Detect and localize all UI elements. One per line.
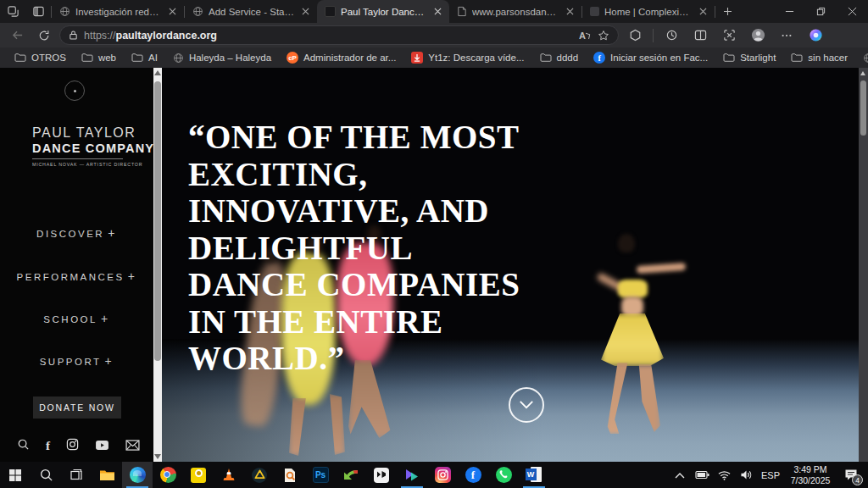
favorites-star-icon[interactable] (598, 30, 609, 42)
tab-close-icon[interactable] (565, 6, 576, 17)
bookmark-youtube-link[interactable]: https://youtu.be/m... (857, 51, 868, 65)
taskbar-search-icon[interactable] (31, 462, 61, 488)
tab-title: Investigación redes sociales (75, 7, 162, 17)
donate-now-button[interactable]: DONATE NOW (33, 396, 121, 419)
doc-search-icon[interactable] (275, 462, 305, 488)
bookmark-haleyda[interactable]: Haleyda – Haleyda (167, 51, 277, 65)
nav-school[interactable]: SCHOOL+ (0, 312, 153, 325)
tab-paul-taylor-active[interactable]: Paul Taylor Dance Company (317, 0, 449, 23)
photoshop-icon[interactable]: Ps (305, 462, 336, 488)
bookmark-folder-starlight[interactable]: Starlight (717, 51, 782, 64)
hero-video: “ONE OF THE MOST EXCITING, INNOVATIVE, A… (162, 68, 859, 462)
start-button[interactable] (0, 462, 31, 488)
sidebar-scrollbar[interactable] (153, 68, 162, 462)
tab-parsonsdance[interactable]: www.parsonsdance.org (449, 0, 581, 23)
tab-add-service[interactable]: Add Service - Starlight (185, 0, 317, 23)
wifi-icon[interactable] (714, 462, 734, 488)
split-screen-icon[interactable] (687, 25, 713, 46)
scroll-down-arrow[interactable] (154, 454, 161, 459)
facebook-icon[interactable]: f (46, 439, 50, 453)
file-explorer-icon[interactable] (92, 462, 122, 488)
folder-icon (14, 53, 26, 63)
bookmark-folder-ai[interactable]: AI (125, 51, 164, 64)
tab-close-icon[interactable] (300, 6, 311, 17)
copilot-icon[interactable] (803, 25, 828, 46)
scroll-down-button[interactable] (509, 387, 544, 423)
bookmark-yt1z[interactable]: Yt1z: Descarga víde... (405, 50, 530, 65)
email-icon[interactable] (125, 439, 140, 454)
system-tray: ESP 3:49 PM 7/30/2025 4 (670, 462, 868, 488)
bookmark-label: OTROS (31, 53, 66, 63)
workspaces-icon[interactable] (0, 0, 25, 23)
tab-title: Paul Taylor Dance Company (341, 7, 427, 17)
capcut-icon[interactable] (366, 462, 397, 488)
tab-close-icon[interactable] (167, 6, 178, 17)
bookmark-label: sin hacer (808, 53, 848, 63)
url-text[interactable]: https://paultaylordance.org (84, 30, 573, 42)
tab-complexions[interactable]: Home | Complexions (582, 0, 715, 23)
refresh-icon[interactable] (32, 25, 56, 46)
taskbar-instagram-icon[interactable] (427, 462, 458, 488)
expand-plus-icon: + (105, 354, 114, 368)
web-capture-icon[interactable] (716, 25, 742, 46)
volume-icon[interactable] (736, 462, 756, 488)
close-button[interactable] (837, 0, 868, 23)
tab-close-icon[interactable] (432, 6, 443, 17)
vlc-icon[interactable] (214, 462, 244, 488)
notification-count-badge: 4 (852, 474, 863, 485)
hidden-icons-chevron[interactable] (670, 462, 690, 488)
search-icon[interactable] (17, 438, 30, 454)
bookmark-facebook[interactable]: f Iniciar sesión en Fac... (587, 50, 714, 65)
quote-line: DELIGHTFUL (188, 230, 520, 267)
expand-plus-icon: + (108, 226, 117, 240)
taskbar-facebook-icon[interactable]: f (458, 462, 488, 488)
youtube-icon[interactable] (95, 439, 109, 454)
page-scrollbar[interactable] (859, 68, 868, 462)
browser-essentials-icon[interactable] (622, 25, 648, 46)
tab-close-icon[interactable] (698, 6, 709, 17)
browser-address-bar: https://paultaylordance.org A (0, 23, 868, 47)
tab-investigacion[interactable]: Investigación redes sociales (52, 0, 184, 23)
instagram-icon[interactable] (66, 438, 79, 454)
bookmark-folder-otros[interactable]: OTROS (8, 51, 72, 64)
nav-discover[interactable]: DISCOVER+ (0, 226, 153, 240)
daemon-tools-icon[interactable] (244, 462, 275, 488)
filmora-icon[interactable] (397, 462, 427, 488)
quote-line: “ONE OF THE MOST (188, 119, 520, 156)
taskbar-chrome-icon[interactable] (153, 462, 183, 488)
clock[interactable]: 3:49 PM 7/30/2025 (785, 464, 836, 485)
scroll-up-arrow[interactable] (860, 71, 865, 75)
language-indicator[interactable]: ESP (758, 470, 783, 480)
taskbar-word-icon[interactable]: W (519, 462, 549, 488)
scrollbar-thumb[interactable] (154, 81, 161, 361)
taskbar-edge-icon[interactable] (122, 462, 153, 488)
scroll-up-arrow[interactable] (154, 70, 161, 75)
vertical-tabs-icon[interactable] (25, 0, 51, 23)
scrollbar-thumb[interactable] (860, 80, 866, 136)
battery-icon[interactable] (692, 462, 712, 488)
task-view-icon[interactable] (61, 462, 92, 488)
profile-avatar[interactable] (745, 25, 771, 46)
nav-performances[interactable]: PERFORMANCES+ (0, 269, 153, 283)
history-icon[interactable] (659, 25, 684, 46)
bookmark-folder-sin-hacer[interactable]: sin hacer (785, 51, 854, 64)
url-bar[interactable]: https://paultaylordance.org A (59, 25, 619, 45)
idm-icon[interactable] (336, 462, 366, 488)
restore-button[interactable] (805, 0, 837, 23)
lock-icon[interactable] (69, 30, 78, 41)
taskbar-whatsapp-icon[interactable] (488, 462, 519, 488)
bookmark-cpanel[interactable]: cP Administrador de ar... (281, 50, 402, 65)
nav-support[interactable]: SUPPORT+ (0, 354, 153, 368)
minimize-button[interactable] (774, 0, 805, 23)
read-aloud-icon[interactable]: A (579, 30, 592, 41)
new-tab-button[interactable] (715, 0, 739, 23)
settings-more-icon[interactable] (774, 25, 799, 46)
action-center-icon[interactable]: 4 (837, 462, 865, 488)
site-logo[interactable]: PAUL TAYLOR DANCE COMPANY MICHAEL NOVAK … (32, 125, 125, 167)
globe-icon (173, 53, 184, 64)
bookmark-folder-dddd[interactable]: dddd (534, 51, 585, 64)
media-player-icon[interactable] (183, 462, 214, 488)
expand-plus-icon: + (101, 312, 110, 325)
bookmark-folder-web[interactable]: web (75, 51, 122, 64)
back-icon[interactable] (5, 25, 29, 46)
